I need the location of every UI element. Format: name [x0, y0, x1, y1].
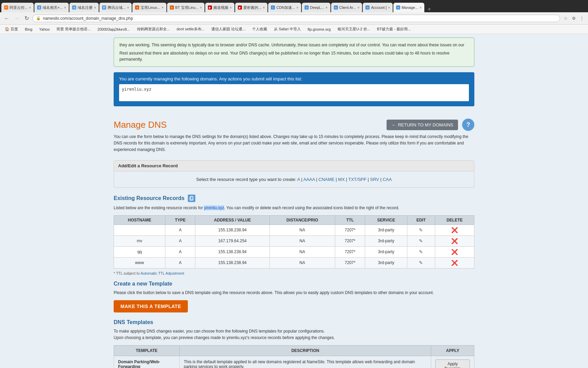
- bookmark-yahoo[interactable]: Yahoo: [37, 27, 52, 32]
- delete-icon[interactable]: ❌: [451, 238, 458, 244]
- ttl-adjustment-link[interactable]: Automatic TTL Adjustment: [141, 271, 184, 275]
- edit-icon[interactable]: ✎: [419, 238, 423, 244]
- delete-icon[interactable]: ❌: [451, 227, 458, 233]
- edit-icon[interactable]: ✎: [419, 260, 423, 265]
- tab-alicloud[interactable]: 阿 阿里云控... ×: [1, 3, 34, 12]
- tab-close[interactable]: ×: [263, 6, 265, 10]
- tab-account[interactable]: N Account [ ×: [363, 3, 393, 12]
- tab-favicon: B: [170, 5, 174, 10]
- bookmark-3[interactable]: dont settle杀布...: [175, 26, 207, 32]
- tab-aixi[interactable]: ▶ 爱析酱的... ×: [235, 3, 267, 12]
- tab-bt1[interactable]: B 宝塔Linux... ×: [132, 3, 166, 12]
- tab-close[interactable]: ×: [162, 6, 164, 10]
- bookmark-1[interactable]: 200003ajq2kkev8...: [95, 27, 132, 32]
- bookmark-galaxy[interactable]: 银河天王星U-2 价...: [336, 26, 372, 32]
- bookmark-icon[interactable]: ☆: [562, 15, 569, 22]
- dns-templates-desc: To make applying DNS changes easier, you…: [114, 328, 474, 341]
- type-txtspf-link[interactable]: TXT/SPF: [348, 177, 366, 182]
- tab-domain-reg[interactable]: 域 域名注册 ×: [69, 3, 99, 12]
- ttl-note: * TTL subject to Automatic TTL Adjustmen…: [114, 271, 474, 275]
- add-edit-section: Add/Edit a Resource Record Select the re…: [114, 160, 474, 188]
- bookmark-bing[interactable]: Bing: [23, 27, 34, 32]
- cell-distance: NA: [270, 235, 335, 246]
- type-mx-link[interactable]: MX: [338, 177, 345, 182]
- bookmark-baidu[interactable]: 🏠 百度: [3, 26, 20, 32]
- tab-close[interactable]: ×: [200, 6, 202, 10]
- bookmark-jianpu[interactable]: 简普 简单版古他语...: [54, 26, 93, 32]
- manage-dns-header: Manage DNS ← RETURN TO MY DOMAINS ? HELP: [114, 113, 474, 134]
- bookmark-2[interactable]: 传蚂网资源点和全...: [135, 26, 172, 32]
- cell-type: A: [165, 257, 195, 268]
- help-button[interactable]: ?: [462, 119, 474, 131]
- tab-close[interactable]: ×: [420, 6, 422, 10]
- delete-icon[interactable]: ❌: [451, 249, 458, 255]
- tab-close[interactable]: ×: [326, 6, 328, 10]
- cell-delete[interactable]: ❌: [435, 225, 474, 235]
- return-to-domains-button[interactable]: ← RETURN TO MY DOMAINS: [387, 120, 458, 130]
- tab-cdn[interactable]: C CDN加速... ×: [268, 3, 301, 12]
- tab-tencent[interactable]: 腾 腾讯云域... ×: [99, 3, 132, 12]
- tab-close[interactable]: ×: [296, 6, 298, 10]
- menu-icon[interactable]: ⋮: [578, 15, 585, 22]
- reload-button[interactable]: ↻: [23, 14, 30, 22]
- delete-icon[interactable]: ❌: [451, 260, 458, 266]
- cell-delete[interactable]: ❌: [435, 257, 474, 268]
- templates-col-apply: APPLY: [431, 346, 474, 356]
- tab-favicon: ▶: [238, 5, 242, 10]
- type-aaaa-link[interactable]: AAAA: [303, 177, 315, 182]
- tab-video[interactable]: ▶ 频道视频 ×: [205, 3, 234, 12]
- tab-deepl[interactable]: D DeepL... ×: [302, 3, 330, 12]
- tab-favicon: 腾: [102, 5, 106, 10]
- type-caa-link[interactable]: CAA: [383, 177, 392, 182]
- bookmark-bt[interactable]: BT破力最 - 最好用...: [375, 26, 413, 32]
- tab-close[interactable]: ×: [358, 6, 360, 10]
- tab-manage-active[interactable]: N Manage... ×: [393, 3, 424, 12]
- template-name: Domain Parking/Web-Forwarding: [114, 356, 180, 368]
- bookmark-4[interactable]: 通信人家园 论坛通...: [209, 26, 247, 32]
- edit-icon[interactable]: ✎: [419, 249, 423, 255]
- extensions-icon[interactable]: ⚙: [570, 15, 577, 22]
- apply-template-button[interactable]: Apply Template: [435, 359, 470, 368]
- copy-records-icon[interactable]: [188, 195, 195, 202]
- cell-delete[interactable]: ❌: [435, 246, 474, 257]
- forward-button[interactable]: →: [13, 15, 21, 22]
- templates-col-desc: DESCRIPTION: [179, 346, 431, 356]
- cell-edit[interactable]: ✎: [407, 246, 435, 257]
- type-cname-link[interactable]: CNAME: [318, 177, 334, 182]
- arrow-left-icon: ←: [391, 122, 396, 127]
- address-bar[interactable]: 🔒 namesilo.com/account_domain_manage_dns…: [32, 15, 560, 22]
- tab-favicon: B: [135, 5, 139, 10]
- tab-close[interactable]: ×: [388, 6, 390, 10]
- table-row: A 155.138.238.94 NA 7207* 3rd-party ✎ ❌: [114, 225, 474, 235]
- domain-list-textarea[interactable]: yirenliu.xyz: [119, 84, 469, 101]
- edit-icon[interactable]: ✎: [419, 227, 423, 233]
- make-template-button[interactable]: MAKE THIS A TEMPLATE: [114, 300, 188, 312]
- page-wrapper: they are working. This seeming delay is …: [0, 34, 588, 368]
- type-srv-link[interactable]: SRV: [370, 177, 379, 182]
- tab-bar: 阿 阿里云控... × 域 域名相关×... × 域 域名注册 × 腾 腾讯云域…: [0, 0, 588, 12]
- existing-records-section: Existing Resource Records Listed below a…: [114, 195, 474, 275]
- cell-edit[interactable]: ✎: [407, 257, 435, 268]
- tab-client[interactable]: N Client Ar... ×: [331, 3, 362, 12]
- tab-close[interactable]: ×: [230, 6, 232, 10]
- bookmark-gnome[interactable]: ftp.gnome.org: [306, 27, 333, 32]
- svg-rect-1: [191, 196, 193, 199]
- domain-link[interactable]: yirenliu.xyz: [204, 205, 224, 210]
- tab-close[interactable]: ×: [127, 6, 129, 10]
- tab-domain-related[interactable]: 域 域名相关×... ×: [34, 3, 69, 12]
- tab-bt2[interactable]: B BT 宝塔Linu... ×: [167, 3, 205, 12]
- cell-edit[interactable]: ✎: [407, 235, 435, 246]
- tab-close[interactable]: ×: [29, 6, 31, 10]
- cell-delete[interactable]: ❌: [435, 235, 474, 246]
- tab-close[interactable]: ×: [64, 6, 66, 10]
- back-button[interactable]: ←: [3, 15, 11, 22]
- bookmark-5[interactable]: 个人收藏: [250, 26, 269, 32]
- tab-close[interactable]: ×: [94, 6, 96, 10]
- cell-edit[interactable]: ✎: [407, 225, 435, 235]
- col-address: ADDRESS / VALUE: [195, 215, 270, 225]
- new-tab-button[interactable]: +: [425, 6, 434, 12]
- dns-info-text: You can use the form below to manage the…: [114, 134, 474, 153]
- bookmark-safari[interactable]: 从 Safari 中导入: [272, 26, 303, 32]
- type-a-link[interactable]: A: [297, 177, 300, 182]
- cell-type: A: [165, 235, 195, 246]
